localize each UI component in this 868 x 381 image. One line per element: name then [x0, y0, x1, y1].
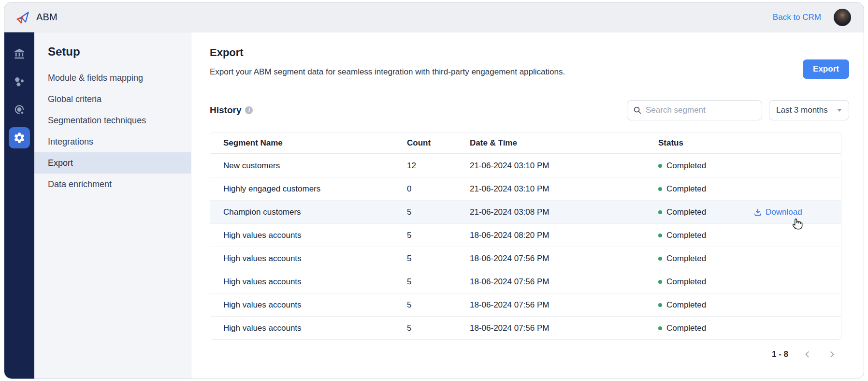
user-avatar[interactable]	[834, 9, 851, 26]
status-dot	[658, 164, 662, 168]
nav-item-settings[interactable]	[9, 127, 30, 148]
status-badge: Completed	[666, 323, 706, 333]
history-title: History i	[210, 105, 253, 116]
status-badge: Completed	[666, 184, 706, 194]
app-window: ABM Back to CRM	[4, 2, 864, 379]
table-row: High values accounts 5 18-06-2024 07:56 …	[210, 316, 841, 339]
sidebar-item-module-fields-mapping[interactable]: Module & fields mapping	[34, 67, 191, 88]
history-table: Segment Name Count Date & Time Status Ne…	[210, 132, 841, 340]
gear-icon	[13, 132, 26, 144]
sidebar-item-data-enrichment[interactable]: Data enrichment	[34, 174, 191, 195]
col-datetime: Date & Time	[470, 138, 658, 148]
download-icon	[753, 208, 762, 217]
nav-rail	[4, 32, 34, 379]
search-icon	[633, 106, 642, 115]
table-row-hovered: Champion customers 5 21-06-2024 03:08 PM…	[210, 200, 841, 223]
status-dot	[658, 210, 662, 214]
export-button[interactable]: Export	[803, 59, 849, 79]
chevron-left-icon	[803, 350, 812, 359]
abm-logo-icon	[15, 10, 30, 25]
table-row: High values accounts 5 18-06-2024 08:20 …	[210, 223, 841, 247]
download-link[interactable]: Download	[753, 207, 841, 217]
status-badge: Completed	[666, 300, 706, 310]
pagination: 1 - 8	[210, 350, 841, 359]
topbar: ABM Back to CRM	[4, 2, 864, 32]
table-row: High values accounts 5 18-06-2024 07:56 …	[210, 247, 841, 270]
search-input[interactable]	[646, 105, 756, 115]
sidebar-item-segmentation-techniques[interactable]: Segmentation techniques	[34, 110, 191, 131]
sidebar-item-export[interactable]: Export	[34, 152, 191, 174]
col-count: Count	[407, 138, 470, 148]
sidebar-item-integrations[interactable]: Integrations	[34, 131, 191, 152]
topbar-right: Back to CRM	[773, 9, 851, 26]
main-content: Export Export your ABM segment data for …	[191, 32, 864, 379]
status-badge: Completed	[666, 161, 706, 171]
sidebar-item-global-criteria[interactable]: Global criteria	[34, 88, 191, 110]
col-segment-name: Segment Name	[223, 138, 407, 148]
chevron-down-icon	[837, 109, 842, 112]
setup-title: Setup	[34, 45, 191, 59]
orbit-icon	[13, 103, 26, 116]
status-dot	[658, 257, 662, 261]
status-dot	[658, 303, 662, 307]
table-row: High values accounts 5 18-06-2024 07:56 …	[210, 293, 841, 316]
status-badge: Completed	[666, 231, 706, 240]
status-dot	[658, 326, 662, 330]
nav-item-targeting[interactable]	[9, 99, 30, 120]
nav-item-accounts[interactable]	[9, 43, 30, 64]
previous-page-button[interactable]	[803, 350, 812, 359]
status-dot	[658, 280, 662, 284]
setup-sidebar: Setup Module & fields mapping Global cri…	[34, 32, 191, 379]
status-badge: Completed	[666, 277, 706, 287]
status-badge: Completed	[666, 207, 706, 217]
page-title: Export	[210, 46, 849, 59]
segment-search	[627, 100, 762, 120]
status-dot	[658, 187, 662, 191]
app-title: ABM	[36, 12, 58, 23]
table-row: High values accounts 5 18-06-2024 07:56 …	[210, 270, 841, 293]
status-badge: Completed	[666, 254, 706, 264]
date-range-dropdown[interactable]: Last 3 months	[769, 100, 849, 120]
page-range-label: 1 - 8	[772, 350, 788, 359]
nav-item-segments[interactable]	[9, 71, 30, 92]
page-description: Export your ABM segment data for seamles…	[210, 67, 849, 77]
status-dot	[658, 234, 662, 237]
back-to-crm-link[interactable]: Back to CRM	[773, 13, 821, 22]
table-header: Segment Name Count Date & Time Status	[210, 132, 841, 154]
col-status: Status	[658, 138, 753, 148]
table-row: Highly engaged customers 0 21-06-2024 03…	[210, 177, 841, 200]
segments-icon	[13, 75, 26, 88]
table-row: New customers 12 21-06-2024 03:10 PM Com…	[210, 154, 841, 177]
info-icon[interactable]: i	[245, 106, 253, 114]
bank-icon	[13, 47, 26, 60]
date-range-value: Last 3 months	[776, 105, 828, 115]
next-page-button[interactable]	[827, 350, 837, 359]
chevron-right-icon	[827, 350, 836, 359]
